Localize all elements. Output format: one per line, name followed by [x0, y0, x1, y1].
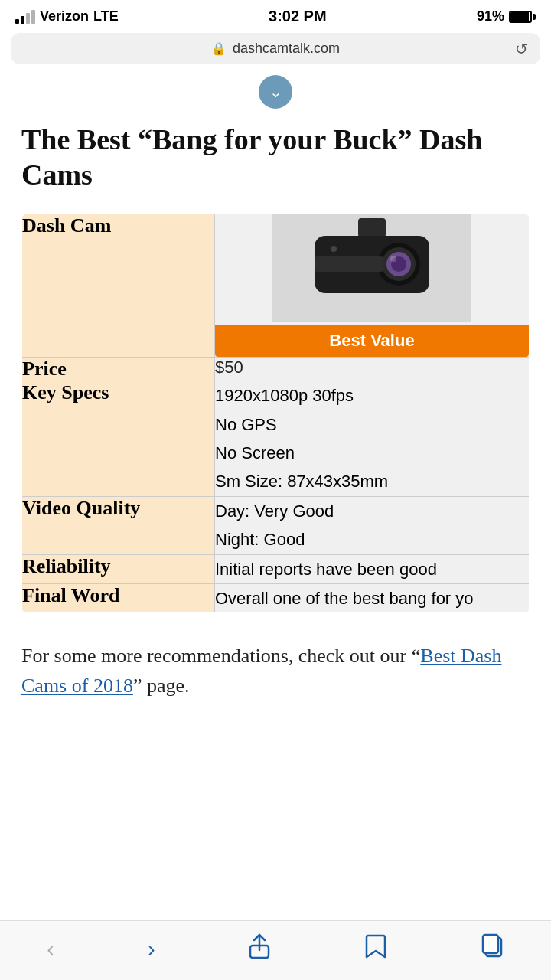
back-button[interactable]: ‹	[31, 937, 69, 962]
battery-percent: 91%	[477, 8, 504, 24]
dashcam-image	[272, 214, 471, 322]
scroll-indicator: ⌄	[0, 64, 551, 115]
footer-text-after: ” page.	[133, 675, 190, 697]
svg-point-9	[331, 246, 337, 252]
footer-text-before: For some more recommendations, check out…	[21, 645, 420, 667]
bottom-nav: ‹ ›	[0, 920, 551, 980]
key-specs-label: Key Specs	[22, 381, 215, 497]
video-quality-label: Video Quality	[22, 496, 215, 554]
share-button[interactable]	[233, 933, 285, 965]
final-word-value: Overall one of the best bang for yo	[215, 583, 530, 612]
product-image-cell: Best Value	[215, 214, 530, 358]
svg-rect-8	[315, 256, 383, 272]
comparison-table: Dash Cam	[21, 214, 530, 613]
video-quality-values: Day: Very Good Night: Good	[215, 496, 530, 554]
table-row: Final Word Overall one of the best bang …	[22, 583, 530, 612]
signal-icon	[15, 10, 35, 24]
svg-rect-12	[483, 935, 498, 953]
key-specs-values: 1920x1080p 30fps No GPS No Screen Sm Siz…	[215, 381, 530, 497]
table-row: Dash Cam	[22, 214, 530, 358]
reliability-label: Reliability	[22, 554, 215, 583]
status-bar: Verizon LTE 3:02 PM 91%	[0, 0, 551, 30]
address-bar[interactable]: 🔒 dashcamtalk.com ↺	[11, 33, 540, 64]
final-word-label: Final Word	[22, 583, 215, 612]
chevron-down-icon[interactable]: ⌄	[259, 75, 292, 109]
table-row: Price $50	[22, 358, 530, 381]
battery-icon	[509, 11, 536, 23]
table-row: Video Quality Day: Very Good Night: Good	[22, 496, 530, 554]
day-quality: Day: Very Good	[215, 497, 529, 525]
carrier-label: Verizon	[40, 8, 89, 24]
spec-item: 1920x1080p 30fps	[215, 381, 529, 410]
reload-icon[interactable]: ↺	[515, 40, 528, 58]
status-right: 91%	[477, 8, 536, 24]
spec-item: Sm Size: 87x43x35mm	[215, 467, 529, 495]
price-label: Price	[22, 358, 215, 381]
best-value-badge: Best Value	[215, 325, 529, 357]
forward-button[interactable]: ›	[132, 937, 170, 962]
svg-rect-1	[358, 218, 386, 237]
url-text: dashcamtalk.com	[233, 41, 340, 57]
status-left: Verizon LTE	[15, 8, 119, 24]
page-content: The Best “Bang for your Buck” Dash Cams …	[0, 115, 551, 792]
reliability-value: Initial reports have been good	[215, 554, 530, 583]
time-label: 3:02 PM	[269, 8, 327, 25]
price-value: $50	[215, 358, 530, 381]
bookmarks-button[interactable]	[349, 933, 403, 965]
page-title: The Best “Bang for your Buck” Dash Cams	[21, 122, 530, 192]
spec-item: No Screen	[215, 439, 529, 467]
svg-point-7	[390, 256, 396, 262]
table-row: Key Specs 1920x1080p 30fps No GPS No Scr…	[22, 381, 530, 497]
network-label: LTE	[93, 8, 119, 24]
night-quality: Night: Good	[215, 525, 529, 554]
lock-icon: 🔒	[211, 41, 227, 56]
tabs-button[interactable]	[466, 933, 520, 965]
dashcam-label: Dash Cam	[22, 214, 215, 358]
footer-text: For some more recommendations, check out…	[21, 641, 530, 701]
table-row: Reliability Initial reports have been go…	[22, 554, 530, 583]
spec-item: No GPS	[215, 410, 529, 439]
